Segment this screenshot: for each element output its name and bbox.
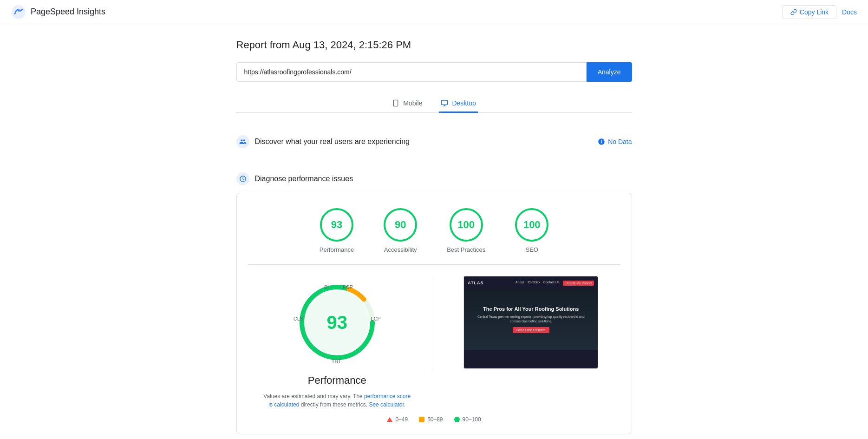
tab-mobile-label: Mobile [403, 99, 422, 107]
screenshot-brand: ATLAS [468, 281, 483, 285]
real-users-title: Discover what your real users are experi… [255, 138, 410, 146]
header: PageSpeed Insights Copy Link Docs [0, 0, 868, 24]
screenshot-section: ATLAS About Portfolio Contact Us Qualify… [434, 276, 613, 369]
people-icon [239, 138, 247, 145]
performance-circle: 93 [320, 208, 353, 242]
accessibility-circle: 90 [384, 208, 417, 242]
screenshot-header: ATLAS About Portfolio Contact Us Qualify… [464, 276, 598, 289]
screenshot-hero: The Pros for All Your Roofing Solutions … [464, 289, 598, 350]
diagnose-left: Diagnose performance issues [236, 172, 353, 185]
info-icon [598, 138, 605, 145]
gauge-label-lcp: LCP [371, 316, 380, 321]
legend-circle-icon [454, 417, 460, 422]
mobile-icon [392, 99, 399, 107]
scores-card: 93 Performance 90 Accessibility 100 Best… [236, 193, 632, 434]
docs-link[interactable]: Docs [842, 8, 857, 16]
real-users-icon [236, 135, 249, 148]
no-data-label: No Data [608, 138, 632, 145]
screenshot-nav: About Portfolio Contact Us Qualify My Pr… [516, 281, 594, 286]
gauge-label-fcp: FCP [343, 284, 353, 290]
real-users-left: Discover what your real users are experi… [236, 135, 410, 148]
main-content: Report from Aug 13, 2024, 2:15:26 PM Ana… [225, 24, 643, 439]
legend-average: 50–89 [419, 416, 443, 423]
url-bar: Analyze [236, 62, 632, 82]
seo-label: SEO [526, 246, 538, 253]
score-best-practices: 100 Best Practices [447, 208, 485, 253]
score-accessibility: 90 Accessibility [384, 208, 417, 253]
screenshot-bottom [464, 350, 598, 359]
device-tabs: Mobile Desktop [236, 95, 632, 113]
screenshot-hero-title: The Pros for All Your Roofing Solutions [483, 306, 579, 312]
diagnose-icon [236, 172, 249, 185]
header-left: PageSpeed Insights [11, 5, 105, 20]
copy-link-button[interactable]: Copy Link [783, 5, 836, 19]
svg-rect-4 [442, 100, 448, 105]
legend-fail: 0–49 [387, 416, 408, 423]
tab-desktop[interactable]: Desktop [439, 95, 477, 113]
gauge-labels: SI FCP LCP TBT CLS [291, 276, 384, 369]
perf-note: Values are estimated and may vary. The p… [263, 392, 411, 409]
tab-mobile[interactable]: Mobile [390, 95, 424, 113]
gauge-wrapper: 93 SI FCP LCP TBT CLS [291, 276, 384, 369]
no-data-indicator[interactable]: No Data [598, 138, 632, 145]
gauge-section: 93 SI FCP LCP TBT CLS Performance [255, 276, 419, 409]
score-seo: 100 SEO [515, 208, 548, 253]
accessibility-label: Accessibility [384, 246, 417, 253]
best-practices-label: Best Practices [447, 246, 485, 253]
scores-row: 93 Performance 90 Accessibility 100 Best… [248, 208, 620, 253]
best-practices-circle: 100 [450, 208, 483, 242]
legend-row: 0–49 50–89 90–100 [248, 416, 620, 423]
screenshot-mock: ATLAS About Portfolio Contact Us Qualify… [463, 276, 598, 369]
seo-circle: 100 [515, 208, 548, 242]
pagespeed-logo-icon [11, 5, 26, 20]
real-users-section: Discover what your real users are experi… [236, 128, 632, 156]
svg-point-1 [17, 9, 20, 12]
svg-point-0 [12, 5, 26, 19]
url-input[interactable] [236, 62, 587, 82]
perf-title: Performance [308, 374, 366, 387]
gauge-icon [239, 175, 247, 183]
legend-square-icon [419, 417, 424, 422]
perf-detail: 93 SI FCP LCP TBT CLS Performance [248, 276, 620, 409]
legend-triangle-icon [387, 417, 392, 422]
screenshot-nav-btn: Qualify My Project [563, 281, 594, 286]
score-performance: 93 Performance [320, 208, 354, 253]
screenshot-cta: Get a Free Estimate [513, 327, 549, 333]
gauge-label-tbt: TBT [332, 359, 341, 364]
app-title: PageSpeed Insights [31, 7, 105, 17]
svg-rect-2 [394, 100, 398, 106]
report-title: Report from Aug 13, 2024, 2:15:26 PM [236, 39, 632, 51]
legend-pass: 90–100 [454, 416, 481, 423]
analyze-button[interactable]: Analyze [587, 62, 632, 82]
diagnose-section: Diagnose performance issues 93 Performan… [236, 165, 632, 434]
diagnose-header: Diagnose performance issues [236, 165, 632, 193]
gauge-label-cls: CLS [294, 316, 303, 321]
link-icon [790, 9, 797, 15]
diagnose-title: Diagnose performance issues [255, 175, 353, 183]
desktop-icon [441, 99, 448, 107]
header-right: Copy Link Docs [783, 5, 857, 19]
gauge-label-si: SI [324, 284, 329, 290]
calculator-link[interactable]: See calculator. [369, 401, 405, 408]
tab-desktop-label: Desktop [452, 99, 476, 107]
screenshot-hero-text: Central Texas premier roofing experts, p… [470, 315, 592, 324]
scores-divider [248, 264, 620, 265]
real-users-header: Discover what your real users are experi… [236, 128, 632, 156]
performance-label: Performance [320, 246, 354, 253]
